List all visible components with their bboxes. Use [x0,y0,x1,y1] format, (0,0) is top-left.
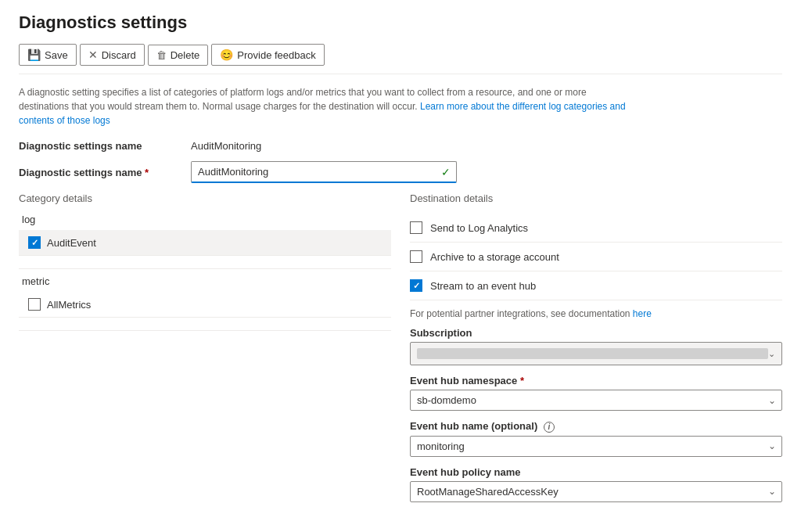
all-metrics-item: AllMetrics [19,292,391,318]
static-name-value: AuditMonitoring [191,140,261,152]
static-name-row: Diagnostic settings name AuditMonitoring [19,140,782,152]
input-name-row: Diagnostic settings name ✓ [19,161,782,183]
event-hub-label: Stream to an event hub [430,280,536,292]
toolbar: 💾 Save ✕ Discard 🗑 Delete 😊 Provide feed… [19,44,782,74]
feedback-button[interactable]: 😊 Provide feedback [211,44,324,66]
storage-account-checkbox[interactable] [410,250,422,263]
destination-details-label: Destination details [410,192,782,204]
all-metrics-checkbox[interactable] [28,298,41,311]
subscription-chevron-icon: ⌄ [768,349,775,359]
metric-group-label: metric [19,275,391,287]
event-hub-policy-group: Event hub policy name RootManageSharedAc… [410,466,782,502]
event-hub-policy-wrapper: RootManageSharedAccessKey ⌄ [410,481,782,502]
log-analytics-checkbox[interactable] [410,221,422,234]
category-details-label: Category details [19,192,391,204]
event-hub-name-group: Event hub name (optional) i monitoring ⌄ [410,420,782,457]
storage-account-label: Archive to a storage account [430,251,559,263]
log-group-label: log [19,214,391,225]
event-hub-checkbox[interactable] [410,279,422,292]
audit-event-label: AuditEvent [47,237,96,249]
discard-icon: ✕ [88,49,98,61]
subscription-dropdown-wrapper: ⌄ [410,342,782,365]
audit-event-checkbox[interactable] [28,236,41,249]
subscription-group: Subscription ⌄ [410,327,782,365]
log-analytics-label: Send to Log Analytics [430,222,528,234]
subscription-dropdown[interactable]: ⌄ [410,342,782,365]
metric-group: metric AllMetrics [19,275,391,318]
discard-button[interactable]: ✕ Discard [80,44,145,66]
event-hub-namespace-wrapper: sb-domdemo ⌄ [410,390,782,411]
delete-icon: 🗑 [156,49,167,61]
save-button[interactable]: 💾 Save [19,44,77,66]
destination-details-col: Destination details Send to Log Analytic… [410,192,782,512]
event-hub-policy-select[interactable]: RootManageSharedAccessKey [410,481,782,502]
event-hub-namespace-label: Event hub namespace [410,375,782,386]
delete-button[interactable]: 🗑 Delete [148,45,209,66]
event-hub-name-wrapper: monitoring ⌄ [410,436,782,457]
partner-note: For potential partner integrations, see … [410,300,782,327]
partner-link[interactable]: here [633,308,652,319]
audit-event-item: AuditEvent [19,230,391,256]
save-icon: 💾 [27,49,41,61]
input-name-label: Diagnostic settings name [19,167,191,178]
metric-divider [19,330,391,331]
event-hub-name-info-icon[interactable]: i [544,422,555,433]
page-title: Diagnostics settings [19,13,782,33]
subscription-label: Subscription [410,327,782,339]
input-name-wrapper: ✓ [191,161,457,183]
feedback-icon: 😊 [220,49,233,61]
static-name-label: Diagnostic settings name [19,140,191,152]
input-check-icon: ✓ [441,166,451,178]
two-col-section: Category details log AuditEvent metric A… [19,192,782,512]
category-details-col: Category details log AuditEvent metric A… [19,192,410,512]
event-hub-namespace-group: Event hub namespace sb-domdemo ⌄ [410,375,782,411]
event-hub-namespace-select[interactable]: sb-domdemo [410,390,782,411]
log-analytics-item: Send to Log Analytics [410,214,782,243]
event-hub-name-select[interactable]: monitoring [410,436,782,457]
description: A diagnostic setting specifies a list of… [19,85,629,128]
all-metrics-label: AllMetrics [47,299,91,311]
event-hub-item: Stream to an event hub [410,271,782,300]
diagnostic-name-input[interactable] [191,161,457,183]
event-hub-policy-label: Event hub policy name [410,466,782,478]
event-hub-name-label: Event hub name (optional) i [410,420,782,433]
category-divider [19,268,391,269]
log-group: log AuditEvent [19,214,391,256]
storage-account-item: Archive to a storage account [410,243,782,271]
